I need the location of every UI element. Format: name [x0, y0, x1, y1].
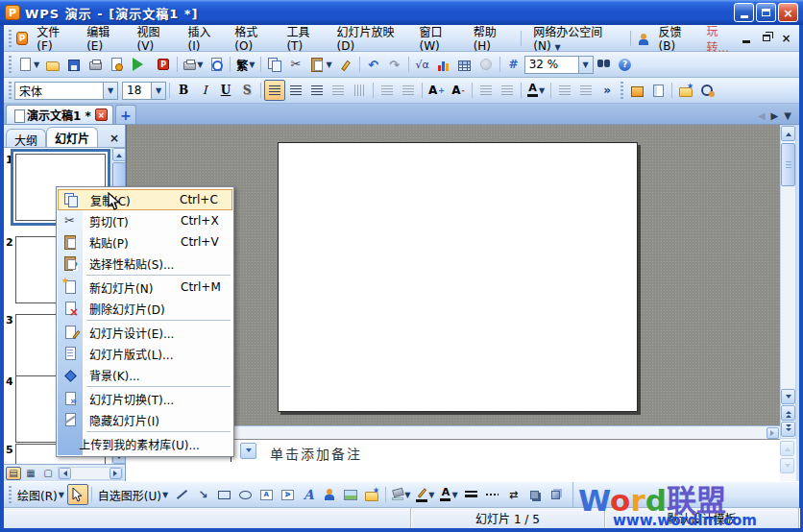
vertical-text-box-button[interactable]: A: [277, 484, 298, 505]
insert-clipart-button[interactable]: [361, 484, 382, 505]
permissions-button[interactable]: [106, 54, 127, 75]
search-helper-button[interactable]: [696, 80, 718, 101]
pane-close-button[interactable]: ×: [106, 132, 123, 147]
underline-button[interactable]: U: [215, 80, 236, 101]
menu-item-hide-slide[interactable]: 隐藏幻灯片(I): [58, 409, 232, 430]
print-button[interactable]: ▼: [181, 54, 206, 75]
insert-diagram-button[interactable]: [319, 484, 340, 505]
toolbar-grip[interactable]: [9, 56, 12, 73]
scrollbar-thumb[interactable]: [781, 143, 795, 186]
decrease-font-button[interactable]: A-: [448, 80, 469, 101]
menu-item-paste-special[interactable]: ? 选择性粘贴(S)...: [58, 253, 232, 274]
material-library-button[interactable]: [675, 80, 696, 101]
dropdown-icon[interactable]: ▼: [103, 83, 117, 99]
font-color-button[interactable]: A▼: [524, 80, 548, 101]
dropdown-icon[interactable]: ▼: [578, 57, 593, 73]
scroll-right-button[interactable]: [766, 427, 779, 439]
insert-picture-button[interactable]: [340, 484, 361, 505]
help-button[interactable]: ?: [615, 54, 636, 75]
wordart-button[interactable]: A: [298, 484, 319, 505]
find-button[interactable]: [594, 54, 615, 75]
insert-chart-button[interactable]: [433, 54, 454, 75]
paste-button[interactable]: ▼: [306, 54, 334, 75]
menu-item-new-slide[interactable]: 新幻灯片(N) Ctrl+M: [58, 277, 232, 298]
tab-list-button[interactable]: ▼: [784, 110, 791, 121]
menu-help[interactable]: 帮助(H): [467, 20, 517, 56]
menu-item-slide-transition[interactable]: 幻灯片切换(T)...: [58, 388, 232, 409]
document-tab[interactable]: 演示文稿1 * ×: [6, 105, 113, 124]
tab-slides[interactable]: 幻灯片: [46, 127, 98, 147]
dash-style-button[interactable]: [482, 484, 503, 505]
font-name-combobox[interactable]: 宋体▼: [14, 82, 118, 100]
copy-button[interactable]: [264, 54, 285, 75]
menu-edit[interactable]: 编辑(E): [80, 20, 128, 56]
maximize-button[interactable]: [756, 3, 776, 22]
select-objects-button[interactable]: [67, 484, 88, 505]
save-button[interactable]: [63, 54, 85, 75]
menu-item-background[interactable]: 背景(K)...: [58, 364, 232, 385]
toolbar-overflow-button[interactable]: »: [596, 80, 618, 101]
close-button[interactable]: ×: [778, 3, 798, 22]
save-all-button[interactable]: [85, 54, 106, 75]
line-tool-button[interactable]: [171, 484, 192, 505]
mdi-restore-button[interactable]: [759, 31, 773, 45]
line-color-button[interactable]: ▼: [413, 484, 437, 505]
export-pdf-button[interactable]: P: [153, 54, 174, 75]
scroll-up-button[interactable]: [781, 126, 795, 141]
align-right-button[interactable]: [306, 80, 328, 101]
menu-item-paste[interactable]: 粘贴(P) Ctrl+V: [58, 231, 232, 253]
menu-window[interactable]: 窗口(W): [412, 20, 464, 56]
normal-view-button[interactable]: ▤: [6, 467, 21, 480]
open-button[interactable]: [42, 54, 63, 75]
cut-button[interactable]: [285, 54, 306, 75]
align-center-button[interactable]: [285, 80, 306, 101]
slide-layout-pane-button[interactable]: [647, 80, 669, 101]
chinese-convert-button[interactable]: 繁▼: [233, 54, 257, 75]
menu-network-office[interactable]: 网络办公空间(N) ▼: [526, 20, 625, 56]
font-size-combobox[interactable]: 18▼: [122, 82, 166, 100]
menu-item-upload-material[interactable]: 上传到我的素材库(U)...: [58, 433, 232, 454]
slide-show-button[interactable]: ▢: [40, 467, 56, 480]
zoom-combobox[interactable]: 32 %▼: [524, 56, 594, 74]
new-tab-button[interactable]: +: [115, 105, 136, 124]
italic-button[interactable]: I: [194, 80, 215, 101]
redo-button[interactable]: ↷: [384, 54, 405, 75]
menu-slideshow[interactable]: 幻灯片放映(D): [330, 20, 411, 56]
notes-dropdown-button[interactable]: [240, 443, 256, 459]
text-shadow-button[interactable]: S: [236, 80, 257, 101]
toolbar-grip[interactable]: [9, 82, 12, 99]
arrow-style-button[interactable]: ⇄: [503, 484, 524, 505]
align-left-button[interactable]: [264, 80, 285, 101]
menu-item-delete-slide[interactable]: 删除幻灯片(D): [58, 298, 232, 319]
undo-button[interactable]: ↶: [363, 54, 384, 75]
3d-style-button[interactable]: [546, 484, 567, 505]
increase-font-button[interactable]: A+: [426, 80, 448, 101]
gridlines-button[interactable]: #: [503, 54, 524, 75]
mdi-minimize-button[interactable]: [739, 31, 753, 45]
menu-tools[interactable]: 工具(T): [280, 20, 328, 56]
menu-feedback[interactable]: 反馈(B): [652, 20, 701, 56]
menu-format[interactable]: 格式(O): [228, 20, 278, 56]
toolbar-grip[interactable]: [9, 486, 12, 503]
font-color-button[interactable]: A▼: [437, 484, 460, 505]
autoshapes-button[interactable]: 自选图形(U)▼: [95, 484, 171, 505]
toolbar-grip[interactable]: [9, 30, 12, 47]
next-slide-button[interactable]: [781, 422, 795, 437]
tab-scroll-right-button[interactable]: ▶: [771, 110, 779, 121]
format-painter-button[interactable]: [335, 54, 356, 75]
slide-canvas[interactable]: [278, 142, 638, 412]
promo-link[interactable]: 玩转...: [707, 22, 738, 55]
thumbnail-hscrollbar[interactable]: [58, 467, 123, 480]
menu-insert[interactable]: 插入(I): [182, 20, 227, 56]
previous-slide-button[interactable]: [781, 405, 795, 421]
new-document-button[interactable]: ▼: [14, 54, 42, 75]
menu-item-slide-layout[interactable]: 幻灯片版式(L)...: [58, 343, 232, 364]
rectangle-tool-button[interactable]: [213, 484, 234, 505]
shadow-style-button[interactable]: [524, 484, 546, 505]
scroll-down-button[interactable]: [781, 389, 795, 404]
draw-menu-button[interactable]: 绘图(R)▼: [14, 484, 67, 505]
menu-item-slide-design[interactable]: 幻灯片设计(E)...: [58, 322, 232, 343]
text-box-button[interactable]: A: [256, 484, 277, 505]
tab-close-button[interactable]: ×: [95, 109, 108, 121]
slide-sorter-view-button[interactable]: ▦: [23, 467, 38, 480]
